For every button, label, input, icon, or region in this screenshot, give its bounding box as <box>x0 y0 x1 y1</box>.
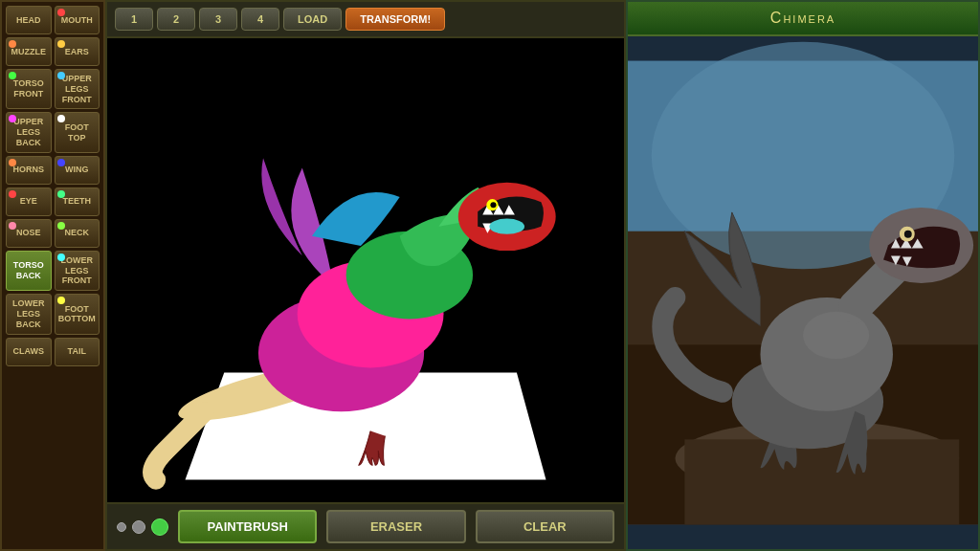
sidebar-btn-label: CLAWS <box>13 346 45 357</box>
clear-button[interactable]: CLEAR <box>476 510 614 543</box>
sidebar-btn-lower-legs-back[interactable]: LOWER LEGS BACK <box>6 294 52 334</box>
sidebar-btn-lower-legs-front[interactable]: LOWER LEGS FRONT <box>55 251 100 291</box>
color-indicator <box>57 40 65 48</box>
chimera-title: Chimera <box>770 10 835 26</box>
sidebar-btn-wing[interactable]: WING <box>55 156 100 185</box>
brush-medium[interactable] <box>132 520 145 534</box>
sidebar-btn-tail[interactable]: TAIL <box>55 338 100 366</box>
slot-1-button[interactable]: 1 <box>115 8 153 31</box>
sidebar-btn-label: TORSO BACK <box>9 260 49 281</box>
top-toolbar: 1 2 3 4 LOAD TRANSFORM! <box>107 2 624 38</box>
color-indicator <box>9 159 16 166</box>
load-button[interactable]: LOAD <box>283 8 342 31</box>
sidebar-row: UPPER LEGS BACKFOOT TOP <box>6 112 100 152</box>
svg-rect-15 <box>684 439 959 524</box>
sidebar-btn-torso-front[interactable]: TORSO FRONT <box>6 69 52 109</box>
sidebar-btn-label: LOWER LEGS BACK <box>9 298 49 329</box>
sidebar-btn-nose[interactable]: NOSE <box>6 219 52 248</box>
transform-button[interactable]: TRANSFORM! <box>345 8 445 31</box>
slot-3-button[interactable]: 3 <box>199 8 237 31</box>
sidebar-btn-teeth[interactable]: TEETH <box>55 187 100 216</box>
brush-small[interactable] <box>117 522 126 532</box>
color-indicator <box>9 190 16 198</box>
color-indicator <box>57 297 65 304</box>
sidebar-btn-label: WING <box>65 165 89 175</box>
paintbrush-button[interactable]: PAINTBRUSH <box>178 510 317 543</box>
sidebar-btn-label: HORNS <box>12 165 44 175</box>
eraser-button[interactable]: ERASER <box>326 510 465 543</box>
color-indicator <box>57 9 65 16</box>
sidebar-btn-horns[interactable]: HORNS <box>6 156 52 185</box>
sidebar-row: MUZZLEEARS <box>6 37 100 66</box>
color-indicator <box>9 222 16 230</box>
sidebar-btn-label: TORSO FRONT <box>9 78 49 99</box>
sidebar-btn-muzzle[interactable]: MUZZLE <box>6 37 52 66</box>
sidebar-btn-upper-legs-back[interactable]: UPPER LEGS BACK <box>6 112 52 152</box>
color-indicator <box>57 159 65 166</box>
sidebar-row: NOSENECK <box>6 219 100 248</box>
color-indicator <box>57 253 65 261</box>
color-indicator <box>57 190 65 198</box>
sidebar-btn-label: MOUTH <box>61 15 93 26</box>
color-indicator <box>9 72 16 79</box>
sidebar-btn-label: EYE <box>20 196 37 207</box>
sidebar-row: HORNSWING <box>6 156 100 185</box>
sidebar-btn-label: NOSE <box>16 228 41 238</box>
right-panel-header: Chimera <box>628 2 978 36</box>
sidebar-btn-torso-back[interactable]: TORSO BACK <box>6 251 52 291</box>
sidebar-btn-label: FOOT BOTTOM <box>57 304 98 325</box>
sidebar-row: CLAWSTAIL <box>6 338 100 366</box>
sidebar-btn-ears[interactable]: EARS <box>55 37 100 66</box>
svg-point-20 <box>904 231 912 238</box>
left-sidebar: HEADMOUTHMUZZLEEARSTORSO FRONTUPPER LEGS… <box>0 0 105 551</box>
color-indicator <box>9 40 16 48</box>
brush-large[interactable] <box>151 518 168 536</box>
color-indicator <box>57 72 65 79</box>
drawing-canvas[interactable] <box>107 38 624 502</box>
sidebar-btn-eye[interactable]: EYE <box>6 187 52 216</box>
sidebar-btn-label: HEAD <box>16 15 41 26</box>
slot-2-button[interactable]: 2 <box>157 8 195 31</box>
slot-4-button[interactable]: 4 <box>241 8 279 31</box>
sidebar-btn-label: TEETH <box>62 196 91 207</box>
svg-point-8 <box>490 202 496 208</box>
chimera-image <box>628 36 978 549</box>
sidebar-btn-label: FOOT TOP <box>57 122 98 143</box>
sidebar-btn-claws[interactable]: CLAWS <box>6 338 52 366</box>
sidebar-btn-mouth[interactable]: MOUTH <box>55 6 100 34</box>
sidebar-row: HEADMOUTH <box>6 6 100 34</box>
sidebar-btn-foot-top[interactable]: FOOT TOP <box>55 112 100 152</box>
sidebar-row: EYETEETH <box>6 187 100 216</box>
sidebar-btn-upper-legs-front[interactable]: UPPER LEGS FRONT <box>55 69 100 109</box>
sidebar-row: TORSO FRONTUPPER LEGS FRONT <box>6 69 100 109</box>
color-indicator <box>57 115 65 122</box>
sidebar-row: TORSO BACKLOWER LEGS FRONT <box>6 251 100 291</box>
bottom-toolbar: PAINTBRUSH ERASER CLEAR <box>107 502 624 549</box>
brush-size-selector <box>117 518 168 536</box>
sidebar-btn-label: MUZZLE <box>11 47 47 57</box>
sidebar-btn-label: EARS <box>65 47 89 57</box>
sidebar-btn-head[interactable]: HEAD <box>6 6 52 34</box>
right-panel: Chimera <box>626 0 980 551</box>
sidebar-btn-neck[interactable]: NECK <box>55 219 100 248</box>
sidebar-btn-foot-bottom[interactable]: FOOT BOTTOM <box>55 294 100 334</box>
svg-point-6 <box>489 219 524 234</box>
main-area: 1 2 3 4 LOAD TRANSFORM! <box>105 0 626 551</box>
sidebar-btn-label: NECK <box>64 228 89 238</box>
sidebar-row: LOWER LEGS BACKFOOT BOTTOM <box>6 294 100 334</box>
svg-point-21 <box>803 312 869 359</box>
color-indicator <box>57 222 65 230</box>
sidebar-btn-label: TAIL <box>68 346 86 357</box>
